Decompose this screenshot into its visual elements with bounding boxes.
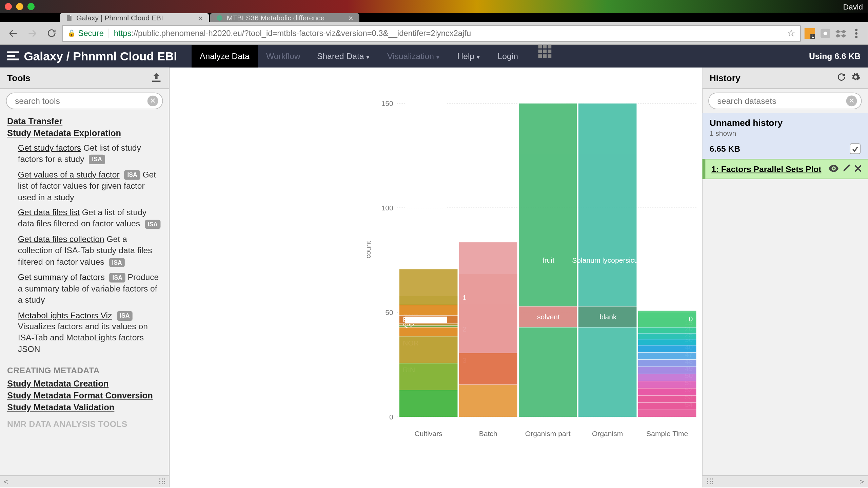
history-size: 6.65 KB bbox=[710, 144, 740, 153]
history-item[interactable]: 1: Factors Parallel Sets Plot bbox=[703, 159, 868, 179]
tab-title: Galaxy | Phnmnl Cloud EBI bbox=[76, 14, 163, 22]
tool-panel-title: Tools bbox=[7, 73, 30, 83]
tool-name: Get summary of factors bbox=[18, 272, 105, 282]
svg-text:solvent: solvent bbox=[537, 313, 560, 321]
delete-button[interactable] bbox=[854, 164, 862, 174]
tool-item[interactable]: Get study factors Get list of study fact… bbox=[18, 142, 162, 165]
tool-search-input[interactable] bbox=[6, 93, 163, 109]
nav-scratchbook[interactable] bbox=[527, 45, 560, 68]
nav-visualization[interactable]: Visualization▼ bbox=[379, 45, 449, 68]
url-scheme: https bbox=[114, 29, 132, 37]
history-options-button[interactable] bbox=[851, 72, 861, 83]
close-icon bbox=[854, 165, 862, 172]
svg-text:0: 0 bbox=[689, 315, 693, 323]
svg-text:150: 150 bbox=[381, 99, 393, 107]
nav-help[interactable]: Help▼ bbox=[449, 45, 489, 68]
upload-icon bbox=[151, 72, 162, 82]
tab-title: MTBLS36:Metabolic difference bbox=[227, 14, 324, 22]
tool-name: Get data files list bbox=[18, 208, 80, 217]
pencil-icon bbox=[843, 164, 850, 172]
caret-down-icon: ▼ bbox=[365, 54, 371, 60]
page-icon bbox=[66, 14, 73, 21]
forward-button[interactable] bbox=[24, 25, 40, 41]
mac-user-name[interactable]: David bbox=[843, 2, 863, 11]
extension-icon-2[interactable] bbox=[819, 26, 832, 40]
svg-point-6 bbox=[855, 29, 857, 31]
svg-rect-37 bbox=[405, 101, 447, 107]
svg-text:1: 1 bbox=[812, 34, 814, 38]
tool-panel-footer[interactable]: < ᎒᎒᎒ bbox=[0, 475, 169, 487]
svg-rect-38 bbox=[405, 93, 447, 97]
section-study-metadata-exploration[interactable]: Study Metadata Exploration bbox=[7, 128, 162, 138]
gear-icon bbox=[851, 72, 861, 82]
reload-icon bbox=[46, 28, 56, 38]
url-host: ://public.phenomenal-h2020.eu bbox=[131, 29, 242, 37]
close-icon[interactable]: × bbox=[349, 13, 353, 22]
svg-text:Cultivars: Cultivars bbox=[415, 430, 442, 437]
history-panel-footer[interactable]: ᎒᎒᎒ > bbox=[703, 475, 868, 487]
back-button[interactable] bbox=[5, 25, 21, 41]
history-search-input[interactable] bbox=[708, 93, 862, 109]
browser-tab-inactive[interactable]: MTBLS36:Metabolic difference × bbox=[210, 13, 359, 22]
isa-badge: ISA bbox=[145, 220, 161, 229]
history-item-label: 1: Factors Parallel Sets Plot bbox=[711, 164, 829, 174]
section-study-metadata-validation[interactable]: Study Metadata Validation bbox=[7, 402, 162, 412]
nav-shared-data[interactable]: Shared Data▼ bbox=[309, 45, 379, 68]
svg-text:Solanum lycopersicum: Solanum lycopersicum bbox=[572, 256, 644, 264]
nav-login[interactable]: Login bbox=[489, 45, 527, 68]
galaxy-logo[interactable]: Galaxy / Phnmnl Cloud EBI bbox=[7, 49, 177, 63]
section-study-metadata-creation[interactable]: Study Metadata Creation bbox=[7, 379, 162, 388]
app-title: Galaxy / Phnmnl Cloud EBI bbox=[24, 49, 177, 63]
tool-item[interactable]: MetaboLights Factors Viz ISA Visualizes … bbox=[18, 310, 162, 355]
browser-tab-active[interactable]: Galaxy | Phnmnl Cloud EBI × bbox=[60, 13, 209, 22]
traffic-lights[interactable] bbox=[5, 3, 35, 10]
hex-icon bbox=[216, 14, 223, 21]
clear-icon[interactable]: ✕ bbox=[147, 96, 158, 107]
url-path: /?tool_id=mtbls-factors-viz&version=0.3&… bbox=[242, 29, 471, 37]
section-data-transfer[interactable]: Data Transfer bbox=[7, 116, 162, 126]
history-shown: 1 shown bbox=[710, 129, 861, 137]
tool-item[interactable]: Get summary of factors ISA Produce a sum… bbox=[18, 272, 162, 306]
svg-point-8 bbox=[855, 36, 857, 38]
parallel-sets-chart: 050100150countRINNORCNRAC+QCMixBlankCult… bbox=[342, 68, 702, 477]
url-bar[interactable]: 🔒 Secure https://public.phenomenal-h2020… bbox=[62, 25, 801, 41]
nav-analyze-data[interactable]: Analyze Data bbox=[191, 45, 258, 68]
eye-icon bbox=[829, 165, 839, 172]
close-icon[interactable]: × bbox=[198, 13, 203, 22]
section-label-creating: CREATING METADATA bbox=[7, 365, 162, 375]
dropbox-icon bbox=[835, 28, 846, 39]
clear-icon[interactable]: ✕ bbox=[846, 96, 857, 107]
drag-handle-icon: ᎒᎒᎒ bbox=[706, 477, 713, 486]
edit-button[interactable] bbox=[843, 164, 850, 174]
minimize-window-button[interactable] bbox=[16, 3, 23, 10]
history-name[interactable]: Unnamed history bbox=[710, 118, 861, 128]
history-refresh-button[interactable] bbox=[837, 72, 846, 83]
check-icon bbox=[852, 145, 859, 152]
zoom-window-button[interactable] bbox=[27, 3, 35, 10]
tool-item[interactable]: Get data files collection Get a collecti… bbox=[18, 234, 162, 268]
view-button[interactable] bbox=[829, 164, 839, 174]
isa-badge: ISA bbox=[110, 273, 125, 282]
isa-badge: ISA bbox=[117, 311, 133, 320]
reload-button[interactable] bbox=[43, 25, 60, 41]
bookmark-star-icon[interactable]: ☆ bbox=[787, 27, 795, 39]
svg-text:100: 100 bbox=[381, 204, 393, 212]
secure-label: Secure bbox=[78, 29, 104, 37]
svg-text:count: count bbox=[364, 241, 372, 259]
svg-text:0: 0 bbox=[389, 413, 393, 421]
tool-item[interactable]: Get data files list Get a list of study … bbox=[18, 207, 162, 229]
tool-desc: Visualizes factors and its values on ISA… bbox=[18, 322, 148, 354]
section-study-metadata-format[interactable]: Study Metadata Format Conversion bbox=[7, 391, 162, 400]
tool-item[interactable]: Get values of a study factor ISA Get lis… bbox=[18, 169, 162, 203]
isa-badge: ISA bbox=[124, 170, 140, 180]
nav-workflow[interactable]: Workflow bbox=[258, 45, 309, 68]
caret-down-icon: ▼ bbox=[435, 54, 440, 60]
refresh-icon bbox=[837, 72, 846, 82]
extension-icon-dropbox[interactable] bbox=[834, 26, 847, 40]
extension-icon-1[interactable]: 1 bbox=[803, 26, 816, 40]
close-window-button[interactable] bbox=[5, 3, 12, 10]
chrome-menu-button[interactable] bbox=[850, 26, 863, 40]
upload-button[interactable] bbox=[151, 72, 162, 83]
history-multiselect-button[interactable] bbox=[850, 143, 861, 154]
svg-text:Batch: Batch bbox=[479, 430, 497, 437]
